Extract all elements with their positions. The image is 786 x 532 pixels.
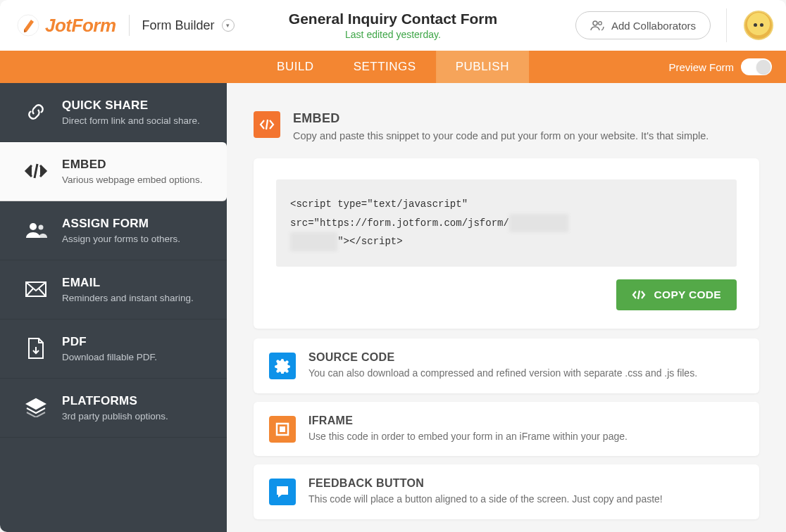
form-title: General Inquiry Contact Form — [289, 11, 497, 27]
sidebar: QUICK SHARE Direct form link and social … — [0, 83, 227, 532]
sidebar-item-email[interactable]: EMAIL Reminders and instant sharing. — [0, 260, 227, 319]
mail-icon — [24, 277, 48, 301]
sidebar-item-desc: Assign your forms to others. — [62, 234, 180, 244]
option-source-code[interactable]: SOURCE CODE You can also download a comp… — [254, 338, 759, 393]
logo[interactable]: JotForm — [17, 14, 116, 37]
frame-icon — [269, 416, 296, 443]
sidebar-item-label: QUICK SHARE — [62, 99, 200, 113]
form-builder-dropdown[interactable]: Form Builder ▾ — [142, 18, 235, 33]
chevron-down-icon: ▾ — [222, 19, 235, 32]
separator — [726, 8, 727, 42]
option-title: IFRAME — [308, 414, 628, 427]
avatar[interactable] — [744, 11, 773, 40]
code-icon — [24, 159, 48, 183]
people-icon — [24, 218, 48, 242]
main-content: EMBED Copy and paste this snippet to you… — [227, 83, 786, 532]
option-desc: Use this code in order to embed your for… — [308, 430, 628, 444]
sidebar-item-desc: 3rd party publish options. — [62, 411, 168, 422]
code-icon — [632, 290, 646, 300]
sidebar-item-label: PLATFORMS — [62, 394, 168, 408]
sidebar-item-label: EMBED — [62, 158, 202, 172]
sidebar-item-embed[interactable]: EMBED Various webpage embed options. — [0, 142, 227, 201]
tab-publish[interactable]: PUBLISH — [436, 51, 529, 83]
logo-text: JotForm — [45, 15, 116, 37]
preview-toggle[interactable] — [741, 58, 772, 75]
embed-header: EMBED Copy and paste this snippet to you… — [254, 111, 759, 143]
people-icon — [590, 20, 604, 31]
redacted-id: xxxxxxxx — [290, 232, 337, 251]
layers-icon — [24, 395, 48, 419]
sidebar-item-label: PDF — [62, 335, 157, 349]
sidebar-item-label: ASSIGN FORM — [62, 217, 180, 231]
sidebar-item-assign-form[interactable]: ASSIGN FORM Assign your forms to others. — [0, 201, 227, 260]
svg-rect-7 — [280, 426, 285, 432]
chat-icon — [269, 479, 296, 505]
option-title: SOURCE CODE — [308, 351, 697, 364]
svg-point-4 — [39, 225, 44, 230]
redacted-id: xxxxxxxxxx — [509, 214, 568, 233]
copy-code-label: COPY CODE — [654, 289, 721, 301]
gear-icon — [269, 353, 296, 379]
sidebar-item-desc: Download fillable PDF. — [62, 352, 157, 362]
sidebar-item-pdf[interactable]: PDF Download fillable PDF. — [0, 319, 227, 379]
option-feedback-button[interactable]: FEEDBACK BUTTON This code will place a b… — [254, 464, 759, 519]
embed-title: EMBED — [293, 111, 709, 126]
svg-point-1 — [593, 21, 597, 25]
option-desc: This code will place a button aligned to… — [308, 493, 663, 507]
link-icon — [24, 100, 48, 124]
tab-build[interactable]: BUILD — [257, 51, 334, 83]
page-title-block: General Inquiry Contact Form Last edited… — [289, 11, 497, 40]
add-collaborators-label: Add Collaborators — [611, 20, 696, 32]
tab-settings[interactable]: SETTINGS — [334, 51, 436, 83]
sidebar-item-desc: Direct form link and social share. — [62, 115, 200, 126]
add-collaborators-button[interactable]: Add Collaborators — [575, 11, 711, 39]
last-edited: Last edited yesterday. — [289, 29, 497, 40]
preview-form-label: Preview Form — [668, 61, 734, 73]
sidebar-item-quick-share[interactable]: QUICK SHARE Direct form link and social … — [0, 83, 227, 142]
option-iframe[interactable]: IFRAME Use this code in order to embed y… — [254, 402, 759, 457]
code-snippet[interactable]: <script type="text/javascript" src="http… — [276, 179, 737, 267]
option-title: FEEDBACK BUTTON — [308, 477, 663, 490]
svg-point-2 — [599, 22, 602, 25]
code-icon — [254, 111, 280, 138]
sidebar-item-platforms[interactable]: PLATFORMS 3rd party publish options. — [0, 379, 227, 438]
sidebar-item-label: EMAIL — [62, 276, 194, 290]
sidebar-item-desc: Reminders and instant sharing. — [62, 293, 194, 303]
svg-point-3 — [30, 223, 37, 230]
main-nav: BUILD SETTINGS PUBLISH Preview Form — [0, 51, 786, 83]
option-desc: You can also download a compressed and r… — [308, 367, 697, 381]
sidebar-item-desc: Various webpage embed options. — [62, 175, 202, 185]
copy-code-button[interactable]: COPY CODE — [616, 279, 737, 310]
pencil-icon — [17, 14, 39, 37]
form-builder-label: Form Builder — [142, 18, 215, 33]
embed-card: <script type="text/javascript" src="http… — [254, 158, 759, 329]
top-bar: JotForm Form Builder ▾ General Inquiry C… — [0, 0, 786, 51]
file-icon — [24, 336, 48, 360]
embed-desc: Copy and paste this snippet to your code… — [293, 129, 709, 143]
separator — [129, 15, 130, 36]
